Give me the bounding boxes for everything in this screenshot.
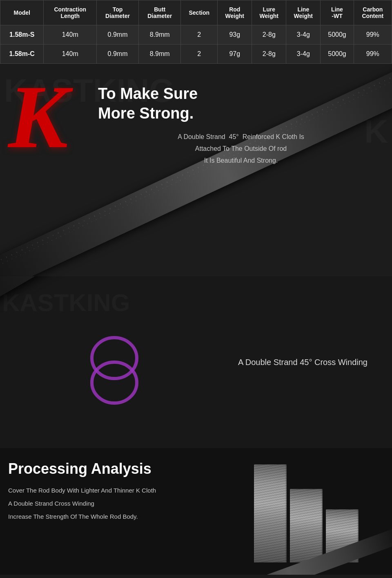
cell-rod_weight-row0: 93g: [218, 25, 252, 45]
col-top: TopDiameter: [96, 0, 138, 25]
col-carbon: CarbonContent: [354, 0, 392, 25]
svg-point-0: [92, 338, 137, 379]
col-lure-weight: LureWeight: [252, 0, 286, 25]
cell-rod_weight-row1: 97g: [218, 45, 252, 64]
col-butt: ButtDiameter: [139, 0, 181, 25]
processing-item-0: Cover The Rod Body With Lighter And Thin…: [8, 486, 220, 495]
cell-line_weight-row1: 3-4g: [286, 45, 321, 64]
table-row: 1.58m-S140m0.9mm8.9mm293g2-8g3-4g5000g99…: [0, 25, 392, 45]
cell-section-row1: 2: [181, 45, 218, 64]
cell-contraction-row0: 140m: [44, 25, 97, 45]
table-row: 1.58m-C140m0.9mm8.9mm297g2-8g3-4g5000g99…: [0, 45, 392, 64]
cell-section-row0: 2: [181, 25, 218, 45]
cell-line_weight-row0: 3-4g: [286, 25, 321, 45]
cell-contraction-row1: 140m: [44, 45, 97, 64]
cell-lure_weight-row0: 2-8g: [252, 25, 286, 45]
hero-title: To Make SureMore Strong.: [98, 84, 384, 123]
col-model: Model: [0, 0, 44, 25]
cell-butt-row1: 8.9mm: [139, 45, 181, 64]
hero-section: KASTKING K K To Make SureMore Strong. A …: [0, 64, 392, 276]
watermark-3: KASTKING: [2, 289, 130, 317]
cross-winding-label: A Double Strand 45° Cross Winding: [238, 358, 368, 367]
processing-item-1: A Double Strand Cross Winding: [8, 499, 220, 509]
processing-text-block: Processing Analysis Cover The Rod Body W…: [8, 460, 220, 525]
processing-list: Cover The Rod Body With Lighter And Thin…: [8, 486, 220, 522]
cell-line_wt-row0: 5000g: [321, 25, 354, 45]
cell-model-row1: 1.58m-C: [0, 45, 44, 64]
rod-visual-2: [0, 276, 392, 311]
cell-lure_weight-row1: 2-8g: [252, 45, 286, 64]
cell-top-row1: 0.9mm: [96, 45, 138, 64]
cell-line_wt-row1: 5000g: [321, 45, 354, 64]
col-line-weight: LineWeight: [286, 0, 321, 25]
hero-text-block: To Make SureMore Strong. A Double Strand…: [90, 80, 384, 166]
processing-section: Processing Analysis Cover The Rod Body W…: [0, 448, 392, 575]
cell-carbon-row0: 99%: [354, 25, 392, 45]
cell-model-row0: 1.58m-S: [0, 25, 44, 45]
processing-title: Processing Analysis: [8, 460, 220, 477]
cross-winding-section: KASTKING A Double Strand 45° Cross Windi…: [0, 276, 392, 448]
col-contraction: ContractionLength: [44, 0, 97, 25]
cell-top-row0: 0.9mm: [96, 25, 138, 45]
specs-table: Model ContractionLength TopDiameter Butt…: [0, 0, 392, 64]
k-cloth-bar-1: [254, 464, 287, 562]
col-line-wt: Line-WT: [321, 0, 354, 25]
col-rod-weight: RodWeight: [218, 0, 252, 25]
k-logo-letter: K: [8, 72, 90, 162]
processing-item-2: Increase The Strength Of The Whole Rod B…: [8, 512, 220, 522]
cell-carbon-row1: 99%: [354, 45, 392, 64]
col-section: Section: [181, 0, 218, 25]
hero-description: A Double Strand 45° Reinforced K Cloth I…: [98, 131, 384, 166]
cell-butt-row0: 8.9mm: [139, 25, 181, 45]
svg-point-1: [92, 362, 137, 403]
table-header-row: Model ContractionLength TopDiameter Butt…: [0, 0, 392, 25]
k-cloth-bar-2: [290, 489, 323, 562]
cross-winding-ring: [82, 329, 147, 411]
